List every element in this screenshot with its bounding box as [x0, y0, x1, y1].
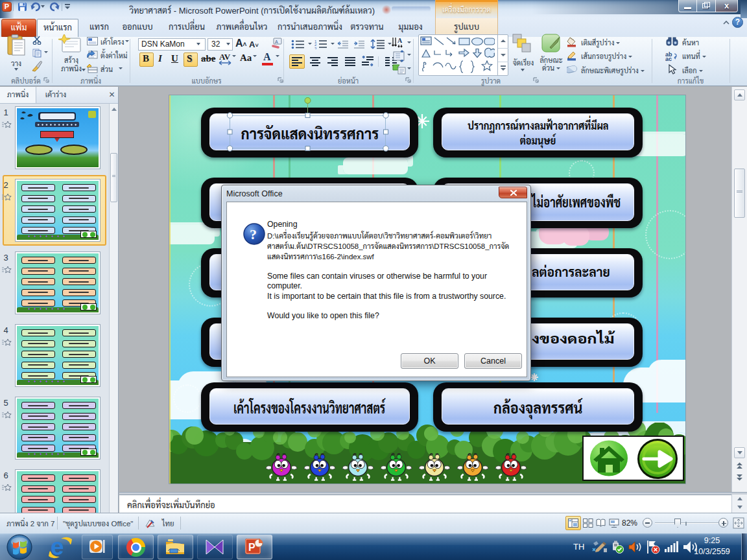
svg-text:?: ? — [250, 226, 257, 242]
svg-text:P: P — [248, 542, 255, 553]
svg-text:A: A — [275, 40, 278, 44]
